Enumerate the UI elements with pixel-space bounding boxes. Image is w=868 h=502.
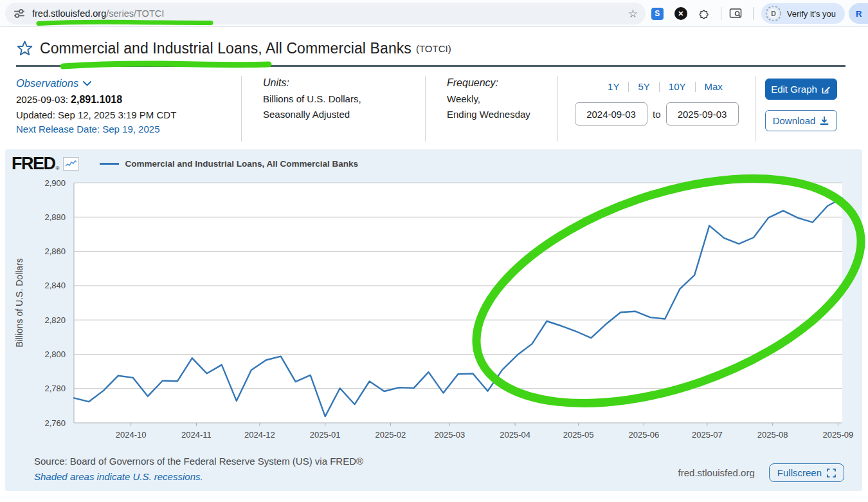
svg-text:2025-08: 2025-08 xyxy=(757,430,788,440)
updated-timestamp: Updated: Sep 12, 2025 3:19 PM CDT xyxy=(16,109,241,120)
svg-text:2,860: 2,860 xyxy=(44,246,66,256)
favorite-star-icon[interactable] xyxy=(16,40,33,57)
frequency-panel: Frequency: Weekly, Ending Wednesday xyxy=(426,75,557,143)
preset-1y[interactable]: 1Y xyxy=(599,81,628,92)
svg-text:2025-04: 2025-04 xyxy=(500,430,530,440)
actions-panel: Edit Graph Download xyxy=(756,75,845,143)
fred-logo: FRED xyxy=(12,155,55,172)
fullscreen-button[interactable]: Fullscreen xyxy=(769,463,844,482)
svg-text:2024-12: 2024-12 xyxy=(244,430,275,440)
url-text[interactable]: fred.stlouisfed.org/series/TOTCI xyxy=(32,8,164,19)
svg-text:2,800: 2,800 xyxy=(44,349,66,359)
profile-avatar-icon: D xyxy=(765,5,782,22)
svg-text:Billions of U.S. Dollars: Billions of U.S. Dollars xyxy=(14,258,24,348)
end-date-input[interactable] xyxy=(666,102,739,126)
svg-text:2,820: 2,820 xyxy=(44,315,66,325)
address-bar[interactable]: fred.stlouisfed.org/series/TOTCI ☆ xyxy=(5,3,646,24)
svg-text:2,760: 2,760 xyxy=(44,418,66,428)
observations-dropdown[interactable]: Observations xyxy=(16,77,241,89)
fred-chart-icon xyxy=(63,157,79,171)
browser-toolbar: fred.stlouisfed.org/series/TOTCI ☆ S ✕ D xyxy=(0,0,868,27)
svg-text:2,780: 2,780 xyxy=(44,384,66,393)
svg-text:2,900: 2,900 xyxy=(44,178,66,188)
recessions-note-link[interactable]: Shaded areas indicate U.S. recessions. xyxy=(34,471,363,482)
download-button[interactable]: Download xyxy=(765,110,837,131)
edit-graph-button[interactable]: Edit Graph xyxy=(765,79,837,100)
fullscreen-icon xyxy=(827,469,836,478)
series-id: (TOTCI) xyxy=(416,43,451,54)
edit-pencil-icon xyxy=(822,85,831,94)
units-panel: Units: Billions of U.S. Dollars, Seasona… xyxy=(242,75,425,143)
svg-text:2025-09: 2025-09 xyxy=(823,430,854,440)
to-label: to xyxy=(653,109,661,120)
observations-panel: Observations 2025-09-03: 2,891.1018 Upda… xyxy=(16,75,241,143)
chart-card: FRED ® Commercial and Industrial Loans, … xyxy=(5,149,862,491)
svg-text:2,880: 2,880 xyxy=(44,212,66,222)
time-series-chart: 2,7602,7802,8002,8202,8402,8602,8802,900… xyxy=(5,176,862,450)
page-title: Commercial and Industrial Loans, All Com… xyxy=(40,40,411,57)
preset-max[interactable]: Max xyxy=(696,81,732,92)
series-legend-label: Commercial and Industrial Loans, All Com… xyxy=(125,159,358,169)
svg-text:2024-10: 2024-10 xyxy=(116,430,147,440)
chevron-down-icon xyxy=(83,81,91,86)
svg-text:2024-11: 2024-11 xyxy=(181,430,212,440)
profile-badge[interactable]: R xyxy=(849,3,868,24)
verify-identity-button[interactable]: D Verify it's you xyxy=(761,3,845,24)
bookmark-star-icon[interactable]: ☆ xyxy=(628,8,638,19)
download-icon xyxy=(820,116,829,126)
svg-text:D: D xyxy=(771,10,776,17)
next-release-link[interactable]: Next Release Date: Sep 19, 2025 xyxy=(16,124,241,135)
preset-5y[interactable]: 5Y xyxy=(629,81,658,92)
chart-legend: FRED ® Commercial and Industrial Loans, … xyxy=(12,155,358,172)
fred-watermark: fred.stlouisfed.org xyxy=(678,467,755,478)
svg-text:2025-01: 2025-01 xyxy=(310,430,341,440)
title-divider xyxy=(16,65,845,67)
svg-text:2025-07: 2025-07 xyxy=(692,430,723,440)
svg-text:2025-03: 2025-03 xyxy=(435,430,466,440)
search-panel-icon[interactable] xyxy=(729,8,743,19)
preset-10y[interactable]: 10Y xyxy=(660,81,695,92)
svg-text:2,840: 2,840 xyxy=(44,281,66,290)
site-settings-icon[interactable] xyxy=(13,8,26,19)
date-range-panel: 1Y 5Y 10Y Max to xyxy=(558,75,755,143)
series-color-swatch xyxy=(100,163,119,165)
start-date-input[interactable] xyxy=(575,102,647,126)
latest-observation: 2025-09-03: 2,891.1018 xyxy=(16,94,241,106)
extension-x-icon[interactable]: ✕ xyxy=(674,7,687,20)
source-block: Source: Board of Governors of the Federa… xyxy=(34,456,363,482)
svg-text:2025-06: 2025-06 xyxy=(629,430,660,440)
svg-text:2025-02: 2025-02 xyxy=(375,430,406,440)
divider xyxy=(721,7,721,20)
extensions-puzzle-icon[interactable] xyxy=(698,7,710,20)
divider xyxy=(753,7,754,20)
svg-text:2025-05: 2025-05 xyxy=(563,430,594,440)
extension-s-icon[interactable]: S xyxy=(651,8,664,20)
source-text: Source: Board of Governors of the Federa… xyxy=(34,456,363,467)
